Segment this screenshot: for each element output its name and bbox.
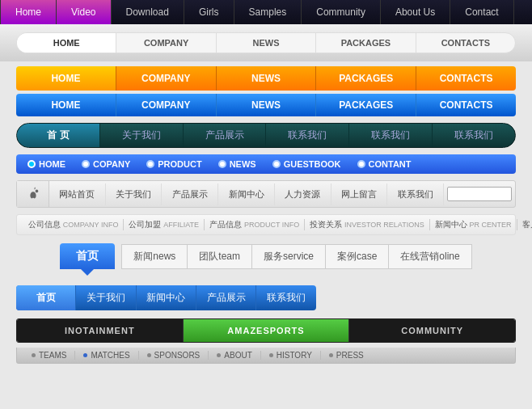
nav4-company[interactable]: COMPANY bbox=[116, 94, 217, 116]
nav2-company[interactable]: COMPANY bbox=[116, 33, 216, 53]
nav7-hr[interactable]: 人力资源 bbox=[275, 183, 331, 205]
nav10-news[interactable]: 新闻中心 bbox=[137, 285, 196, 310]
nav11-inotainment[interactable]: INOTAINMENT bbox=[17, 319, 184, 342]
radio-dot-product bbox=[146, 160, 154, 168]
nav12-history[interactable]: HISTORY bbox=[261, 351, 321, 360]
radio-dot-contant bbox=[357, 160, 365, 168]
nav11-community[interactable]: COMMUNITY bbox=[349, 319, 515, 342]
nav12-matches[interactable]: MATCHES bbox=[75, 351, 138, 360]
navbar-7: 网站首页 关于我们 产品展示 新闻中心 人力资源 网上留言 联系我们 bbox=[16, 180, 516, 208]
navbar-11-wrap: INOTAINMENT AMAZESPORTS COMMUNITY bbox=[0, 315, 532, 346]
dot-history bbox=[269, 353, 273, 357]
radio-dot-news bbox=[218, 160, 226, 168]
nav4-home[interactable]: HOME bbox=[16, 94, 116, 116]
nav5-products[interactable]: 产品展示 bbox=[184, 124, 267, 147]
nav8-news-center[interactable]: 新闻中心 PR CENTER bbox=[430, 219, 517, 230]
nav1-community[interactable]: Community bbox=[302, 0, 381, 24]
radio-dot-copany bbox=[82, 160, 90, 168]
nav11-amazesports[interactable]: AMAZESPORTS bbox=[184, 319, 350, 342]
nav3-contacts[interactable]: CONTACTS bbox=[416, 66, 516, 91]
navbar-6: HOME COPANY PRODUCT NEWS GUESTBOOK CONTA… bbox=[16, 154, 516, 174]
nav7-search-input[interactable] bbox=[447, 187, 512, 201]
navbar-4-wrap: HOME COMPANY NEWS PACKAGES CONTACTS bbox=[0, 91, 532, 120]
nav2-home[interactable]: HOME bbox=[17, 33, 116, 53]
nav8-affiliate[interactable]: 公司加盟 AFFILIATE bbox=[124, 219, 205, 230]
nav9-tabs: 新闻news 团队team 服务service 案例case 在线营销oline bbox=[121, 244, 471, 269]
nav10-home[interactable]: 首页 bbox=[16, 285, 76, 310]
nav12-sponsors[interactable]: SPONSORS bbox=[139, 351, 209, 360]
radio-dot-guestbook bbox=[272, 160, 281, 168]
nav6-guestbook[interactable]: GUESTBOOK bbox=[264, 154, 349, 174]
nav1-samples[interactable]: Samples bbox=[234, 0, 302, 24]
nav6-contant[interactable]: CONTANT bbox=[349, 154, 420, 174]
navbar-10: 首页 关于我们 新闻中心 产品展示 联系我们 bbox=[16, 285, 316, 310]
nav7-products[interactable]: 产品展示 bbox=[162, 183, 218, 205]
nav7-contact[interactable]: 联系我们 bbox=[387, 183, 444, 205]
nav10-about[interactable]: 关于我们 bbox=[76, 285, 136, 310]
nav6-home[interactable]: HOME bbox=[19, 154, 74, 174]
nav8-investor[interactable]: 投资关系 INVESTOR RELATIONS bbox=[305, 219, 429, 230]
nav12-press[interactable]: PRESS bbox=[321, 351, 372, 360]
nav10-contact[interactable]: 联系我们 bbox=[256, 285, 315, 310]
nav8-customer-report[interactable]: 客户报告 RECRUIT bbox=[517, 219, 533, 230]
nav1-about[interactable]: About Us bbox=[381, 0, 450, 24]
nav2-news[interactable]: NEWS bbox=[217, 33, 316, 53]
nav2-packages[interactable]: PACKAGES bbox=[316, 33, 416, 53]
nav7-logo-icon bbox=[17, 181, 49, 207]
navbar-12-wrap: TEAMS MATCHES SPONSORS ABOUT HISTORY PRE… bbox=[0, 346, 532, 370]
dot-matches bbox=[83, 353, 87, 357]
navbar-7-wrap: 网站首页 关于我们 产品展示 新闻中心 人力资源 网上留言 联系我们 bbox=[0, 177, 532, 211]
nav1-video[interactable]: Video bbox=[57, 0, 111, 24]
navbar-5-wrap: 首 页 关于我们 产品展示 联系我们 联系我们 联系我们 bbox=[0, 120, 532, 151]
nav5-contact2[interactable]: 联系我们 bbox=[349, 124, 433, 147]
nav5-home[interactable]: 首 页 bbox=[17, 124, 100, 147]
nav9-online[interactable]: 在线营销oline bbox=[388, 244, 471, 269]
nav4-contacts[interactable]: CONTACTS bbox=[416, 94, 516, 116]
nav6-copany[interactable]: COPANY bbox=[74, 154, 138, 174]
nav7-guestbook[interactable]: 网上留言 bbox=[331, 183, 388, 205]
navbar-9: 首页 新闻news 团队team 服务service 案例case 在线营销ol… bbox=[60, 243, 471, 269]
nav9-case[interactable]: 案例case bbox=[325, 244, 388, 269]
nav12-about[interactable]: ABOUT bbox=[209, 351, 260, 360]
nav1-home[interactable]: Home bbox=[0, 0, 57, 24]
navbar-6-wrap: HOME COPANY PRODUCT NEWS GUESTBOOK CONTA… bbox=[0, 151, 532, 177]
nav5-contact1[interactable]: 联系我们 bbox=[266, 124, 349, 147]
nav5-about[interactable]: 关于我们 bbox=[100, 124, 184, 147]
nav9-service[interactable]: 服务service bbox=[251, 244, 325, 269]
nav3-home[interactable]: HOME bbox=[16, 66, 116, 91]
dot-teams bbox=[32, 353, 36, 357]
navbar-5: 首 页 关于我们 产品展示 联系我们 联系我们 联系我们 bbox=[16, 123, 516, 148]
nav4-news[interactable]: NEWS bbox=[217, 94, 317, 116]
nav5-contact3[interactable]: 联系我们 bbox=[433, 124, 515, 147]
nav6-news[interactable]: NEWS bbox=[210, 154, 264, 174]
nav3-news[interactable]: NEWS bbox=[217, 66, 317, 91]
nav7-news[interactable]: 新闻中心 bbox=[218, 183, 275, 205]
navbar-11: INOTAINMENT AMAZESPORTS COMMUNITY bbox=[16, 318, 516, 343]
nav7-about[interactable]: 关于我们 bbox=[106, 183, 163, 205]
nav6-product[interactable]: PRODUCT bbox=[138, 154, 209, 174]
navbar-10-wrap: 首页 关于我们 新闻中心 产品展示 联系我们 bbox=[0, 280, 532, 315]
nav3-packages[interactable]: PACKAGES bbox=[316, 66, 416, 91]
dot-sponsors bbox=[147, 353, 151, 357]
nav12-teams[interactable]: TEAMS bbox=[23, 351, 75, 360]
nav10-products[interactable]: 产品展示 bbox=[196, 285, 256, 310]
dot-press bbox=[329, 353, 333, 357]
nav1-girls[interactable]: Girls bbox=[184, 0, 234, 24]
apple-icon bbox=[26, 187, 40, 201]
nav4-packages[interactable]: PACKAGES bbox=[316, 94, 416, 116]
nav2-contacts[interactable]: CONTACTS bbox=[416, 33, 515, 53]
nav7-website[interactable]: 网站首页 bbox=[49, 183, 106, 205]
navbar-3-wrap: HOME COMPANY NEWS PACKAGES CONTACTS bbox=[0, 61, 532, 91]
navbar-2: HOME COMPANY NEWS PACKAGES CONTACTS bbox=[16, 32, 516, 53]
nav9-news[interactable]: 新闻news bbox=[121, 244, 187, 269]
nav9-team[interactable]: 团队team bbox=[187, 244, 251, 269]
nav8-company-info[interactable]: 公司信息 COMPANY INFO bbox=[23, 219, 124, 230]
dot-about bbox=[217, 353, 221, 357]
nav1-contact[interactable]: Contact bbox=[450, 0, 513, 24]
nav3-company[interactable]: COMPANY bbox=[116, 66, 217, 91]
navbar-8: 公司信息 COMPANY INFO 公司加盟 AFFILIATE 产品信息 PR… bbox=[16, 214, 516, 235]
nav9-home-button[interactable]: 首页 bbox=[60, 243, 115, 269]
nav1-download[interactable]: Download bbox=[112, 0, 184, 24]
navbar-9-wrap: 首页 新闻news 团队team 服务service 案例case 在线营销ol… bbox=[0, 238, 532, 271]
nav8-product-info[interactable]: 产品信息 PRODUCT INFO bbox=[205, 219, 305, 230]
